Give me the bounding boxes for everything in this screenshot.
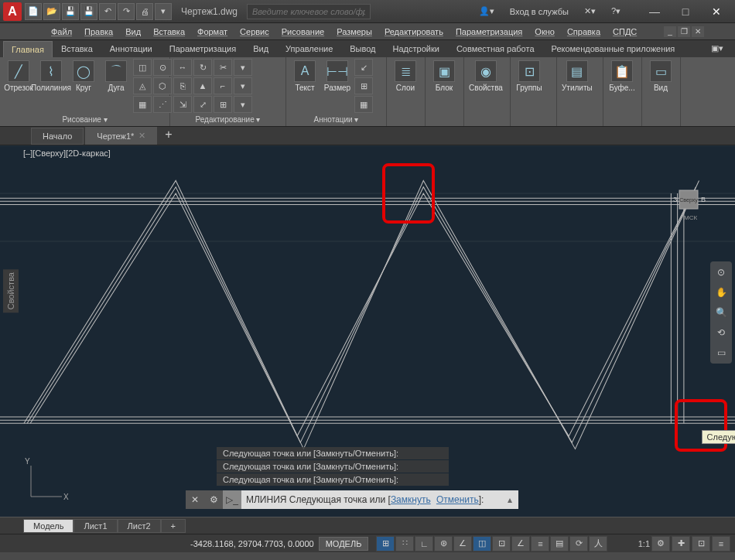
ribbon-tab-addins[interactable]: Надстройки [385, 40, 448, 57]
circle-button[interactable]: ◯Круг [68, 59, 99, 94]
new-icon[interactable]: 📄 [25, 3, 42, 20]
otrack-toggle[interactable]: ∠ [511, 536, 530, 551]
cmd-text[interactable]: МЛИНИЯ Следующая точка или [Замкнуть Отм… [241, 494, 488, 505]
ribbon-tab-manage[interactable]: Управление [277, 40, 341, 57]
draw-small-1[interactable]: ◫ [133, 59, 152, 76]
search-input[interactable] [247, 4, 371, 19]
ribbon-tab-anno[interactable]: Аннотации [101, 40, 161, 57]
menu-insert[interactable]: Вставка [149, 26, 190, 38]
trim-icon[interactable]: ✂ [214, 59, 232, 76]
utils-button[interactable]: ▤Утилиты [560, 59, 594, 94]
fillet-icon[interactable]: ⌐ [214, 77, 232, 94]
menu-edit[interactable]: Правка [80, 26, 118, 38]
open-icon[interactable]: 📂 [43, 3, 60, 20]
menu-modify[interactable]: Редактировать [380, 26, 448, 38]
panel-edit-label[interactable]: Редактирование ▾ [173, 114, 282, 125]
menu-spds[interactable]: СПДС [608, 26, 641, 38]
table-icon[interactable]: ⊞ [354, 77, 373, 94]
ribbon-tab-collab[interactable]: Совместная работа [448, 40, 543, 57]
print-icon[interactable]: 🖨 [136, 3, 153, 20]
stretch-icon[interactable]: ⇲ [173, 96, 192, 113]
osnap-toggle[interactable]: ◫ [473, 536, 491, 551]
view-button[interactable]: ▭Вид [645, 59, 676, 94]
menu-window[interactable]: Окно [530, 26, 559, 38]
polar-toggle[interactable]: ⊛ [434, 536, 453, 551]
user-icon[interactable]: 👤▾ [476, 5, 497, 18]
draw-small-6[interactable]: ⋰ [153, 96, 172, 113]
dim-button[interactable]: ⊢⊣Размер [322, 59, 353, 94]
ribbon-tab-param[interactable]: Параметризация [161, 40, 244, 57]
anno-3[interactable]: ▦ [354, 96, 373, 113]
redo-icon[interactable]: ↷ [118, 3, 135, 20]
menu-file[interactable]: Файл [46, 26, 77, 38]
groups-button[interactable]: ⊡Группы [514, 59, 545, 94]
viewcube[interactable]: СверхуЗВМСК [665, 176, 712, 223]
block-button[interactable]: ▣Блок [429, 59, 460, 94]
annotation-icon[interactable]: ✚ [672, 536, 690, 551]
move-icon[interactable]: ↔ [173, 59, 192, 76]
transparency-toggle[interactable]: ▤ [550, 536, 569, 551]
mirror-icon[interactable]: ▲ [193, 77, 212, 94]
menu-tools[interactable]: Сервис [235, 26, 274, 38]
iso-toggle[interactable]: ∠ [453, 536, 472, 551]
arc-button[interactable]: ⌒Дуга [101, 59, 132, 94]
gear-icon[interactable]: ⚙ [651, 536, 670, 551]
status-mode-button[interactable]: МОДЕЛЬ [319, 537, 369, 551]
menu-format[interactable]: Формат [193, 26, 232, 38]
undo-icon[interactable]: ↶ [99, 3, 116, 20]
custom-icon[interactable]: ≡ [712, 536, 730, 551]
draw-small-3[interactable]: ◬ [133, 77, 152, 94]
edit-dd-2[interactable]: ▾ [234, 77, 252, 94]
nav-pan-icon[interactable]: ✋ [713, 285, 729, 300]
qat-more-icon[interactable]: ▾ [155, 3, 172, 20]
panel-draw-label[interactable]: Рисование ▾ [3, 114, 166, 125]
nav-show-icon[interactable]: ▭ [713, 345, 729, 360]
panel-anno-label[interactable]: Аннотации ▾ [289, 114, 383, 125]
edit-dd-1[interactable]: ▾ [234, 59, 252, 76]
help-icon[interactable]: ?▾ [608, 5, 624, 18]
edit-dd-3[interactable]: ▾ [234, 96, 252, 113]
login-button[interactable]: Вход в службы [507, 5, 572, 18]
draw-small-5[interactable]: ▦ [133, 96, 152, 113]
copy-icon[interactable]: ⎘ [173, 77, 192, 94]
rotate-icon[interactable]: ↻ [193, 59, 212, 76]
cmd-expand-icon[interactable]: ▴ [501, 494, 518, 505]
scale-label[interactable]: 1:1 [638, 539, 650, 548]
doc-tab-drawing[interactable]: Чертеж1*✕ [85, 127, 157, 145]
layers-button[interactable]: ≣Слои [390, 59, 421, 94]
menu-view[interactable]: Вид [121, 26, 145, 38]
new-tab-button[interactable]: + [159, 125, 178, 145]
command-line[interactable]: ✕ ⚙ ▷_ МЛИНИЯ Следующая точка или [Замкн… [186, 490, 518, 509]
ribbon-tab-home[interactable]: Главная [3, 41, 53, 57]
snap-toggle[interactable]: ∷ [395, 536, 414, 551]
line-button[interactable]: ╱Отрезок [3, 59, 34, 94]
saveas-icon[interactable]: 💾 [80, 3, 97, 20]
draw-small-2[interactable]: ⊙ [153, 59, 172, 76]
save-icon[interactable]: 💾 [62, 3, 79, 20]
exchange-icon[interactable]: ✕▾ [581, 5, 599, 18]
cmd-close-icon[interactable]: ✕ [186, 490, 204, 509]
mdi-minimize[interactable]: _ [664, 26, 676, 37]
app-menu-icon[interactable]: A [3, 2, 22, 21]
nav-wheel-icon[interactable]: ⊙ [713, 265, 729, 280]
menu-dim[interactable]: Размеры [332, 26, 377, 38]
lwt-toggle[interactable]: ≡ [531, 536, 549, 551]
workspace-icon[interactable]: ⊡ [692, 536, 710, 551]
leader-icon[interactable]: ↙ [354, 59, 373, 76]
clip-button[interactable]: 📋Буфе... [607, 59, 638, 94]
minimize-button[interactable]: — [639, 1, 670, 22]
ribbon-tab-output[interactable]: Вывод [341, 40, 384, 57]
polyline-button[interactable]: ⌇Полилиния [36, 59, 67, 94]
cycle-toggle[interactable]: ⟳ [569, 536, 588, 551]
maximize-button[interactable]: □ [670, 1, 701, 22]
menu-help[interactable]: Справка [562, 26, 605, 38]
annoscale-icon[interactable]: 人 [589, 536, 607, 551]
menu-draw[interactable]: Рисование [277, 26, 329, 38]
ribbon-tab-featured[interactable]: Рекомендованные приложения [543, 40, 684, 57]
drawing-canvas[interactable]: [–][Сверху][2D-каркас] Свойства Следующ … [0, 145, 735, 517]
nav-orbit-icon[interactable]: ⟲ [713, 325, 729, 340]
ribbon-collapse-icon[interactable]: ▣▾ [703, 39, 732, 57]
draw-small-4[interactable]: ⬡ [153, 77, 172, 94]
cmd-config-icon[interactable]: ⚙ [204, 490, 223, 509]
ribbon-tab-insert[interactable]: Вставка [53, 40, 101, 57]
